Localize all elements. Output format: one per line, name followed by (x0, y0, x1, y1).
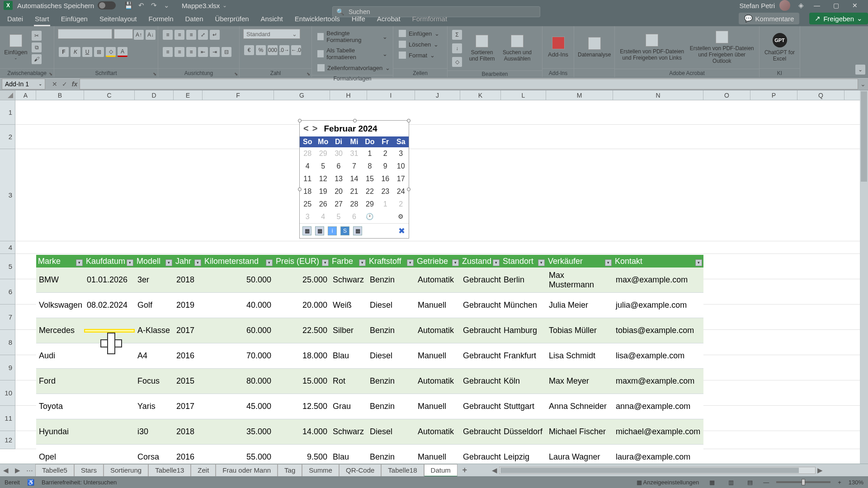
paste-button[interactable]: Einfügen⌄ (4, 33, 28, 62)
calendar-day[interactable]: 13 (331, 173, 346, 185)
table-cell[interactable]: 22.500 (274, 325, 330, 336)
table-cell[interactable]: Düsseldorf (501, 426, 546, 437)
filter-button[interactable]: ▾ (165, 259, 172, 266)
col-header-D[interactable]: D (135, 90, 174, 100)
undo-icon[interactable]: ↶ (137, 1, 146, 10)
table-cell[interactable]: Automatik (415, 274, 460, 286)
table-cell[interactable]: Manuell (415, 300, 460, 311)
calendar-day[interactable] (377, 211, 393, 223)
cal-sel-icon[interactable]: S (340, 226, 349, 235)
font-color-icon[interactable]: A (118, 47, 127, 57)
table-cell[interactable]: A4 (135, 350, 174, 361)
table-cell[interactable] (84, 329, 135, 333)
merge-icon[interactable]: ⊟ (222, 47, 231, 57)
table-cell[interactable] (84, 380, 135, 382)
formula-expand-icon[interactable]: ⌄ (858, 80, 868, 88)
table-cell[interactable]: Focus (135, 375, 174, 387)
table-cell[interactable]: 2016 (174, 451, 203, 463)
table-cell[interactable]: 40.000 (203, 300, 274, 311)
table-cell[interactable]: 55.000 (203, 451, 274, 463)
fill-color-icon[interactable]: ◇ (106, 47, 116, 57)
row-header-4[interactable]: 4 (0, 241, 15, 254)
table-cell[interactable]: Schwarz (330, 274, 367, 286)
table-cell[interactable]: Automatik (415, 426, 460, 437)
wrap-text-icon[interactable]: ↵ (210, 30, 220, 40)
table-cell[interactable]: 60.000 (203, 325, 274, 336)
filter-button[interactable]: ▾ (359, 259, 366, 266)
table-cell[interactable]: Weiß (330, 300, 367, 311)
insert-cells-button[interactable]: Einfügen ⌄ (397, 29, 441, 38)
table-cell[interactable]: Ford (36, 375, 84, 387)
table-cell[interactable]: 14.000 (274, 426, 330, 437)
table-cell[interactable]: tobias@example.com (613, 325, 703, 336)
row-header-2[interactable]: 2 (0, 125, 15, 149)
calendar-day[interactable]: 30 (331, 147, 346, 160)
calendar-day[interactable]: 9 (377, 160, 393, 173)
table-cell[interactable]: Toyota (36, 401, 84, 412)
table-cell[interactable]: julia@example.com (613, 300, 703, 311)
calendar-day[interactable]: 1 (362, 147, 377, 160)
find-select-button[interactable]: Suchen und Auswählen (501, 33, 533, 64)
row-header-11[interactable]: 11 (0, 406, 15, 431)
table-cell[interactable]: Opel (36, 451, 84, 463)
table-cell[interactable]: Gebraucht (460, 375, 501, 387)
table-cell[interactable]: 2015 (174, 375, 203, 387)
table-cell[interactable]: 2018 (174, 426, 203, 437)
calendar-day[interactable]: 4 (315, 211, 330, 223)
calendar-day[interactable]: 16 (377, 173, 393, 185)
filter-button[interactable]: ▾ (76, 259, 83, 266)
table-cell[interactable]: Automatik (415, 375, 460, 387)
calendar-day[interactable]: 15 (362, 173, 377, 185)
cal-info-icon[interactable]: i (328, 226, 337, 235)
sheet-tab[interactable]: Sortierung (104, 464, 148, 477)
table-cell[interactable]: 15.000 (274, 375, 330, 387)
table-cell[interactable] (84, 456, 135, 458)
select-all-corner[interactable] (0, 90, 15, 100)
display-settings[interactable]: ▦ Anzeigeeinstellungen (637, 479, 699, 486)
cell-styles-button[interactable]: Zellenformatvorlagen ⌄ (316, 63, 392, 72)
table-cell[interactable]: Volkswagen (36, 300, 84, 311)
table-cell[interactable]: Diesel (367, 350, 415, 361)
table-cell[interactable]: 9.500 (274, 451, 330, 463)
addins-button[interactable]: Add-Ins (546, 35, 570, 60)
table-cell[interactable]: 80.000 (203, 375, 274, 387)
calendar-day[interactable]: 14 (346, 173, 362, 185)
table-cell[interactable]: München (501, 300, 546, 311)
row-header-12[interactable]: 12 (0, 431, 15, 449)
table-cell[interactable]: Max Meyer (546, 375, 613, 387)
row-header-7[interactable]: 7 (0, 305, 15, 330)
calendar-day[interactable]: 29 (315, 147, 330, 160)
maximize-button[interactable]: ▢ (826, 2, 845, 9)
align-top-icon[interactable]: ≡ (163, 30, 173, 40)
prev-month-button[interactable]: < (303, 123, 309, 134)
ribbon-collapse-icon[interactable]: ⌄ (855, 65, 865, 75)
table-cell[interactable]: Michael Fischer (546, 426, 613, 437)
dialog-launcher-icon[interactable]: ⬊ (234, 71, 238, 76)
resize-handle[interactable] (298, 119, 302, 122)
align-bottom-icon[interactable]: ≡ (186, 30, 196, 40)
filter-button[interactable]: ▾ (538, 259, 545, 266)
conditional-format-button[interactable]: Bedingte Formatierung ⌄ (316, 29, 389, 44)
table-cell[interactable]: 20.000 (274, 300, 330, 311)
calendar-day[interactable]: 19 (315, 185, 330, 198)
resize-handle[interactable] (298, 188, 302, 191)
calendar-day[interactable]: 7 (346, 160, 362, 173)
table-cell[interactable]: Automatik (415, 325, 460, 336)
cal-cal-icon[interactable]: ▦ (353, 226, 362, 235)
dec-dec-icon[interactable]: ←.0 (291, 45, 301, 55)
dec-inc-icon[interactable]: .0→ (279, 45, 289, 55)
view-pagelayout-icon[interactable]: ▥ (725, 478, 737, 487)
fontsize-select[interactable] (114, 29, 133, 39)
worksheet[interactable]: ABCDEFGHIJKLMNOPQ 123456789101112 Marke▾… (0, 90, 868, 465)
table-row[interactable]: ToyotaYaris201745.00012.500GrauBenzinMan… (36, 394, 703, 419)
autosum-icon[interactable]: Σ (452, 30, 462, 40)
tab-daten[interactable]: Daten (184, 13, 204, 24)
table-cell[interactable]: Gebraucht (460, 451, 501, 463)
calendar-day[interactable]: 28 (300, 147, 315, 160)
calendar-day[interactable]: 27 (331, 198, 346, 211)
col-header-L[interactable]: L (501, 90, 546, 100)
font-select[interactable] (58, 29, 112, 39)
date-picker-popup[interactable]: < > Februar 2024 SoMoDiMiDoFrSa 28293031… (299, 120, 409, 239)
cal-today-icon[interactable]: ▦ (302, 226, 311, 235)
table-cell[interactable]: 70.000 (203, 350, 274, 361)
